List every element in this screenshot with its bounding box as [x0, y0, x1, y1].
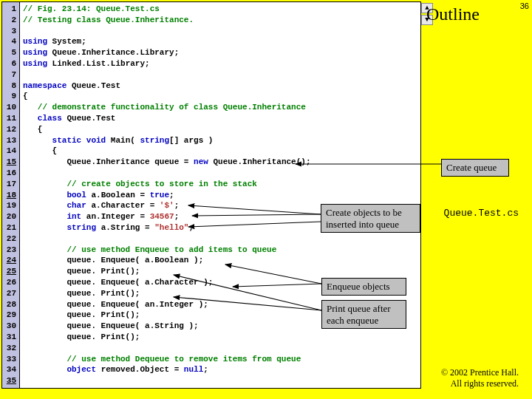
callout-enqueue-objects: Enqueue objects: [321, 278, 406, 296]
line-number: 27: [4, 288, 16, 299]
copyright-line-1: © 2002 Prentice Hall.: [441, 367, 519, 378]
line-number: 10: [4, 102, 16, 113]
line-number: 22: [4, 233, 16, 245]
line-number: 5: [4, 47, 16, 58]
line-number: 25: [4, 266, 16, 277]
line-number: 29: [4, 310, 16, 321]
line-number: 20: [4, 211, 16, 222]
code-listing: 1234567891011121314151617181920212223242…: [1, 1, 421, 389]
line-number: 4: [4, 36, 16, 47]
line-number: 9: [4, 91, 16, 102]
line-number: 33: [4, 354, 16, 365]
line-number: 1: [4, 4, 16, 15]
line-number: 21: [4, 222, 16, 233]
line-number: 16: [4, 168, 16, 179]
line-number: 18: [4, 190, 16, 201]
line-number: 26: [4, 277, 16, 288]
copyright-notice: © 2002 Prentice Hall. All rights reserve…: [441, 367, 519, 389]
line-number: 31: [4, 332, 16, 343]
line-number: 35: [4, 375, 16, 386]
line-number: 17: [4, 179, 16, 190]
line-number: 24: [4, 255, 16, 266]
line-number: 34: [4, 364, 16, 375]
line-number: 8: [4, 81, 16, 92]
code-body: // Fig. 23.14: Queue.Test.cs // Testing …: [20, 2, 420, 388]
line-number: 3: [4, 26, 16, 37]
line-number: 23: [4, 245, 16, 256]
line-number: 30: [4, 321, 16, 332]
line-number: 19: [4, 200, 16, 211]
line-number: 32: [4, 343, 16, 354]
line-number: 15: [4, 157, 16, 168]
line-number: 14: [4, 146, 16, 157]
line-number: 2: [4, 15, 16, 26]
line-number: 7: [4, 69, 16, 81]
copyright-line-2: All rights reserved.: [441, 378, 519, 389]
line-number: 13: [4, 135, 16, 146]
line-number: 6: [4, 58, 16, 69]
callout-create-objects: Create objects to be inserted into queue: [321, 204, 420, 233]
source-filename: Queue.Test.cs: [444, 208, 519, 219]
slide-number: 36: [520, 1, 529, 10]
line-number: 28: [4, 299, 16, 310]
callout-print-after: Print queue after each enqueue: [321, 300, 406, 329]
line-number: 12: [4, 124, 16, 135]
callout-create-queue: Create queue: [441, 159, 509, 177]
line-number-gutter: 1234567891011121314151617181920212223242…: [2, 2, 20, 388]
line-number: 11: [4, 113, 16, 124]
